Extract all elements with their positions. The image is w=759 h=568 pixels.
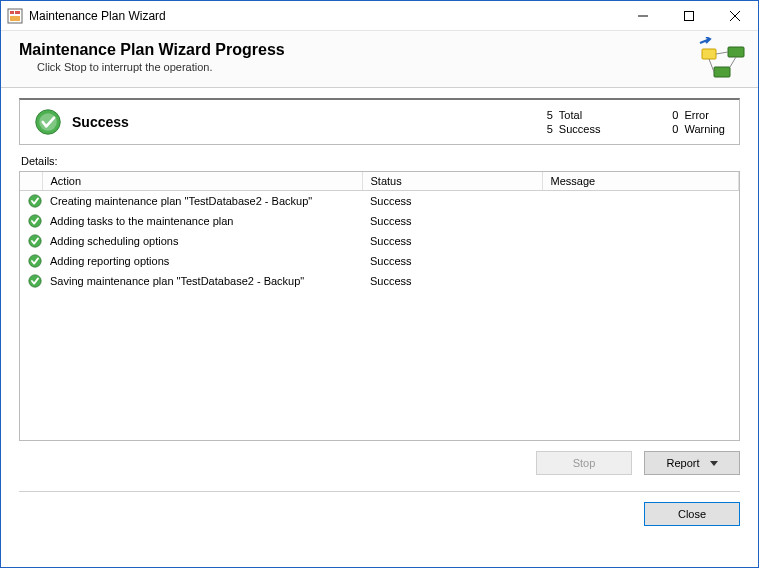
row-action: Adding reporting options — [42, 251, 362, 271]
stop-button: Stop — [536, 451, 632, 475]
row-status: Success — [362, 251, 542, 271]
row-status: Success — [362, 191, 542, 212]
status-label: Success — [72, 114, 535, 130]
success-count: 5 — [535, 123, 559, 135]
report-button[interactable]: Report — [644, 451, 740, 475]
titlebar: Maintenance Plan Wizard — [1, 1, 758, 31]
row-status: Success — [362, 211, 542, 231]
svg-line-12 — [730, 57, 736, 67]
col-status-header[interactable]: Status — [362, 172, 542, 191]
warning-label: Warning — [684, 123, 725, 135]
row-action: Creating maintenance plan "TestDatabase2… — [42, 191, 362, 212]
window-title: Maintenance Plan Wizard — [29, 9, 620, 23]
svg-rect-2 — [15, 11, 20, 14]
row-message — [542, 211, 739, 231]
success-icon — [34, 108, 62, 136]
window-controls — [620, 1, 758, 30]
status-panel: Success 5 Total 5 Success 0 Error 0 Warn… — [1, 88, 758, 145]
minimize-button[interactable] — [620, 1, 666, 30]
warning-count: 0 — [660, 123, 684, 135]
table-row[interactable]: Creating maintenance plan "TestDatabase2… — [20, 191, 739, 212]
action-button-row: Stop Report — [1, 441, 758, 485]
details-label: Details: — [1, 145, 758, 171]
error-count: 0 — [660, 109, 684, 121]
svg-rect-8 — [702, 49, 716, 59]
table-row[interactable]: Saving maintenance plan "TestDatabase2 -… — [20, 271, 739, 291]
table-row[interactable]: Adding reporting optionsSuccess — [20, 251, 739, 271]
wizard-window: Maintenance Plan Wizard Maintenance Plan… — [0, 0, 759, 568]
svg-line-11 — [716, 52, 728, 54]
table-row[interactable]: Adding tasks to the maintenance planSucc… — [20, 211, 739, 231]
row-action: Saving maintenance plan "TestDatabase2 -… — [42, 271, 362, 291]
page-subtitle: Click Stop to interrupt the operation. — [37, 61, 740, 73]
table-row[interactable]: Adding scheduling optionsSuccess — [20, 231, 739, 251]
caret-down-icon — [710, 461, 718, 466]
row-message — [542, 271, 739, 291]
status-counters: 5 Total 5 Success 0 Error 0 Warning — [535, 109, 725, 135]
close-button-row: Close — [1, 492, 758, 536]
col-icon-header[interactable] — [20, 172, 42, 191]
row-status-icon — [20, 231, 42, 251]
row-status-icon — [20, 191, 42, 212]
success-label: Success — [559, 123, 601, 135]
row-status-icon — [20, 211, 42, 231]
svg-rect-5 — [685, 11, 694, 20]
col-message-header[interactable]: Message — [542, 172, 739, 191]
svg-rect-10 — [714, 67, 730, 77]
status-box: Success 5 Total 5 Success 0 Error 0 Warn… — [19, 98, 740, 145]
app-icon — [7, 8, 23, 24]
row-status: Success — [362, 231, 542, 251]
total-count: 5 — [535, 109, 559, 121]
row-action: Adding tasks to the maintenance plan — [42, 211, 362, 231]
row-message — [542, 231, 739, 251]
maximize-button[interactable] — [666, 1, 712, 30]
header-diagram-icon — [696, 37, 752, 83]
details-grid: Action Status Message Creating maintenan… — [19, 171, 740, 441]
wizard-header: Maintenance Plan Wizard Progress Click S… — [1, 31, 758, 88]
close-button[interactable]: Close — [644, 502, 740, 526]
report-button-label: Report — [666, 457, 699, 469]
col-action-header[interactable]: Action — [42, 172, 362, 191]
row-status-icon — [20, 271, 42, 291]
svg-rect-3 — [10, 16, 20, 21]
close-window-button[interactable] — [712, 1, 758, 30]
row-message — [542, 191, 739, 212]
row-status-icon — [20, 251, 42, 271]
svg-rect-1 — [10, 11, 14, 14]
row-message — [542, 251, 739, 271]
row-action: Adding scheduling options — [42, 231, 362, 251]
page-title: Maintenance Plan Wizard Progress — [19, 41, 740, 59]
svg-rect-9 — [728, 47, 744, 57]
row-status: Success — [362, 271, 542, 291]
total-label: Total — [559, 109, 601, 121]
svg-line-13 — [709, 59, 714, 72]
error-label: Error — [684, 109, 725, 121]
